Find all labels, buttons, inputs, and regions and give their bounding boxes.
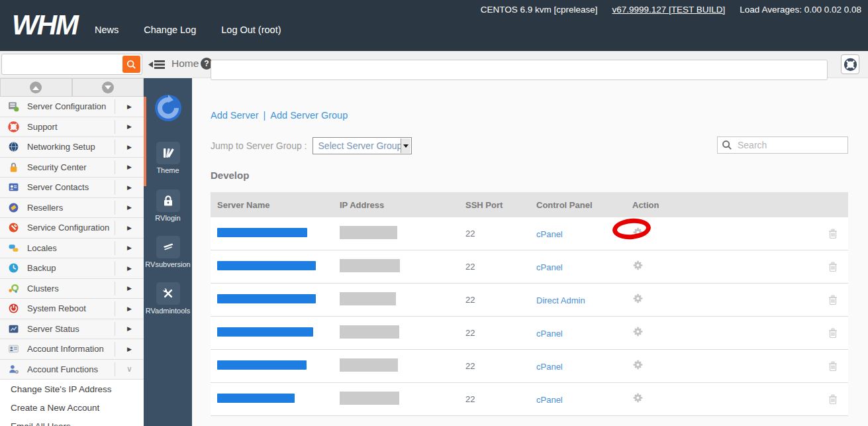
nav-change-log[interactable]: Change Log — [144, 25, 196, 35]
sidebar-item-server-contacts[interactable]: Server Contacts ▶ — [0, 178, 144, 198]
sidebar-item-networking-setup[interactable]: Networking Setup ▶ — [0, 137, 144, 158]
expand-arrow-icon: ▶ — [115, 342, 144, 356]
sidebar-item-server-configuration[interactable]: Server Configuration ▶ — [0, 97, 144, 117]
search-button[interactable] — [122, 56, 140, 73]
sidebar-scroll-up-button[interactable] — [0, 78, 72, 97]
expand-arrow-icon: ▶ — [115, 221, 144, 235]
control-panel-link[interactable]: cPanel — [536, 329, 563, 339]
trash-icon[interactable] — [828, 261, 838, 272]
tool-rvsubversion[interactable]: RVsubversion — [144, 236, 192, 268]
main-content: Add Server|Add Server Group Jump to Serv… — [192, 78, 868, 426]
system-reboot-icon — [8, 303, 19, 314]
table-row: 22 cPanel — [211, 217, 848, 250]
server-group-select-value: Select Server Group — [318, 140, 403, 151]
sidebar-scroll-down-button[interactable] — [72, 78, 144, 97]
trash-icon[interactable] — [828, 327, 838, 339]
ssh-port-value: 22 — [459, 328, 530, 338]
expand-arrow-icon: ▶ — [115, 282, 144, 296]
sidebar-item-server-status[interactable]: Server Status ▶ — [0, 319, 144, 340]
service-configuration-icon — [8, 222, 19, 233]
sidebar-item-support[interactable]: Support ▶ — [0, 117, 144, 138]
sidebar-item-locales[interactable]: Locales ▶ — [0, 239, 144, 259]
rvsubversion-icon — [156, 236, 180, 258]
scrolled-panel-edge — [211, 60, 828, 80]
sidebar-item-security-center[interactable]: Security Center ▶ — [0, 158, 144, 178]
gear-icon[interactable] — [632, 392, 644, 403]
plugin-logo-icon[interactable] — [154, 93, 183, 125]
whm-logo[interactable]: WHM — [12, 12, 77, 38]
expand-arrow-icon: ▶ — [115, 120, 144, 134]
account-information-icon — [8, 343, 19, 354]
add-links: Add Server|Add Server Group — [211, 110, 348, 121]
ssh-port-value: 22 — [459, 361, 530, 371]
sidebar-item-resellers[interactable]: Resellers ▶ — [0, 198, 144, 219]
arrow-up-icon — [30, 81, 42, 93]
sidebar-item-system-reboot[interactable]: System Reboot ▶ — [0, 299, 144, 319]
jump-to-server-group-row: Jump to Server Group : Select Server Gro… — [211, 137, 412, 154]
sidebar-item-clusters[interactable]: Clusters ▶ — [0, 279, 144, 299]
control-panel-link[interactable]: cPanel — [536, 362, 563, 372]
ip-address-redacted — [340, 392, 399, 405]
sidebar-subitem-create-a-new-account[interactable]: Create a New Account — [0, 398, 144, 417]
sidebar-item-account-information[interactable]: Account Information ▶ — [0, 339, 144, 360]
expand-arrow-icon: ▶ — [115, 99, 144, 114]
masthead-nav: News Change Log Log Out (root) — [95, 25, 281, 38]
ssh-port-value: 22 — [459, 229, 530, 239]
nav-news[interactable]: News — [95, 25, 119, 35]
trash-icon[interactable] — [828, 394, 838, 405]
col-server-name: Server Name — [211, 200, 333, 210]
col-action: Action — [626, 200, 818, 210]
server-name-redacted[interactable] — [217, 228, 307, 237]
sidebar-subitem-change-sites-ip-address[interactable]: Change Site's IP Address — [0, 380, 144, 398]
server-name-redacted[interactable] — [217, 327, 313, 337]
control-panel-link[interactable]: cPanel — [536, 395, 563, 405]
control-panel-link[interactable]: cPanel — [536, 262, 563, 272]
support-button[interactable] — [841, 54, 859, 74]
col-ssh-port: SSH Port — [459, 200, 530, 210]
gear-icon[interactable] — [632, 293, 644, 304]
breadcrumb-home[interactable]: Home — [171, 58, 199, 70]
sidebar-subitem-email-all-users[interactable]: Email All Users — [0, 417, 144, 426]
server-group-select[interactable]: Select Server Group — [313, 137, 412, 154]
expand-arrow-icon: ▶ — [115, 261, 144, 276]
col-control-panel: Control Panel — [530, 200, 626, 210]
gear-icon[interactable] — [632, 359, 644, 370]
control-panel-link[interactable]: Direct Admin — [536, 295, 585, 305]
ssh-port-value: 22 — [459, 295, 530, 305]
rvadmintools-icon — [156, 282, 180, 305]
server-name-redacted[interactable] — [217, 394, 295, 403]
clusters-icon — [8, 283, 19, 294]
server-name-redacted[interactable] — [217, 261, 316, 270]
tool-rvlogin[interactable]: RVlogin — [144, 189, 192, 222]
server-contacts-icon — [8, 182, 19, 193]
section-title: Develop — [211, 170, 249, 181]
version-link[interactable]: v67.9999.127 [TEST BUILD] — [612, 5, 725, 15]
sidebar-item-account-functions[interactable]: Account Functions ∨ — [0, 360, 144, 380]
gear-icon[interactable] — [632, 227, 644, 238]
collapse-sidebar-icon[interactable] — [148, 59, 166, 73]
tool-theme[interactable]: Theme — [144, 142, 192, 174]
gear-icon[interactable] — [632, 260, 644, 271]
server-name-redacted[interactable] — [217, 294, 316, 303]
nav-log-out[interactable]: Log Out (root) — [221, 25, 281, 35]
select-dropdown-arrow-icon — [401, 138, 410, 153]
tool-rvadmintools[interactable]: RVadmintools — [144, 282, 192, 315]
os-info: CENTOS 6.9 kvm [cprelease] — [481, 5, 598, 15]
gear-icon[interactable] — [632, 326, 644, 337]
server-name-redacted[interactable] — [217, 360, 307, 370]
trash-icon[interactable] — [828, 228, 838, 239]
arrow-down-icon — [102, 81, 114, 93]
search-icon — [722, 140, 732, 150]
trash-icon[interactable] — [828, 294, 838, 305]
add-server-group-link[interactable]: Add Server Group — [270, 110, 348, 121]
sidebar-item-service-configuration[interactable]: Service Configuration ▶ — [0, 218, 144, 239]
global-search-input[interactable] — [6, 56, 122, 73]
table-search-input[interactable] — [736, 139, 859, 151]
sidebar-item-backup[interactable]: Backup ▶ — [0, 258, 144, 279]
trash-icon[interactable] — [828, 360, 838, 372]
add-server-link[interactable]: Add Server — [211, 110, 259, 121]
theme-icon — [156, 142, 180, 164]
system-info: CENTOS 6.9 kvm [cprelease] v67.9999.127 … — [481, 5, 861, 15]
ip-address-redacted — [340, 292, 396, 305]
control-panel-link[interactable]: cPanel — [536, 229, 563, 239]
